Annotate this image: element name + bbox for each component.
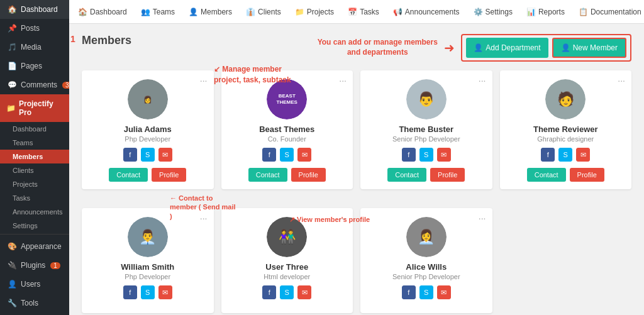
sidebar-sub-tasks[interactable]: Tasks <box>0 191 69 205</box>
avatar-image: 🧑 <box>545 79 586 119</box>
skype-icon[interactable]: S <box>141 285 155 299</box>
email-icon[interactable]: ✉ <box>576 148 590 162</box>
member-card: ··· 👩 Julia Adams Php Developer f S ✉ <box>82 70 214 189</box>
member-name: William Smith <box>88 262 208 272</box>
main-content: 🏠 Dashboard 👥 Teams 👤 Members 👔 Clients … <box>69 0 644 315</box>
nav-reports[interactable]: 📊 Reports <box>525 5 566 19</box>
new-member-button[interactable]: 👤 New Member <box>552 38 626 58</box>
facebook-icon[interactable]: f <box>123 285 137 299</box>
nav-settings[interactable]: ⚙️ Settings <box>472 5 514 19</box>
nav-label: Tasks <box>360 8 379 16</box>
skype-icon[interactable]: S <box>419 148 433 162</box>
nav-label: Members <box>201 8 232 16</box>
member-role: Senior Php Developer <box>367 135 486 143</box>
member-role: Senior Php Developer <box>367 273 486 280</box>
nav-dashboard-icon: 🏠 <box>78 8 87 16</box>
add-department-button[interactable]: 👤 Add Department <box>466 38 548 58</box>
profile-button[interactable]: Profile <box>152 168 186 182</box>
sidebar-item-pages[interactable]: 📄 Pages <box>0 57 69 75</box>
step1-annotation: → Step 1 <box>69 34 75 44</box>
email-icon[interactable]: ✉ <box>158 148 172 162</box>
profile-button[interactable]: Profile <box>291 168 326 182</box>
nav-documentation[interactable]: 📋 Documentation <box>577 5 643 19</box>
nav-members-icon: 👤 <box>189 8 198 16</box>
member-socials: f S ✉ <box>506 148 626 162</box>
card-menu-dots[interactable]: ··· <box>618 75 625 86</box>
nav-label: Projects <box>307 8 334 16</box>
email-icon[interactable]: ✉ <box>297 148 311 162</box>
sidebar-item-posts[interactable]: 📌 Posts <box>0 19 69 38</box>
nav-announcements[interactable]: 📢 Announcements <box>392 5 461 19</box>
appearance-icon: 🎨 <box>8 242 17 251</box>
sidebar-sub-settings[interactable]: Settings <box>0 219 69 233</box>
email-icon[interactable]: ✉ <box>158 285 172 299</box>
nav-projects[interactable]: 📁 Projects <box>294 5 335 19</box>
member-avatar: 👩‍💼 <box>406 217 447 257</box>
profile-button[interactable]: Profile <box>430 168 465 182</box>
nav-members[interactable]: 👤 Members <box>187 5 233 19</box>
sidebar-item-appearance[interactable]: 🎨 Appearance <box>0 237 69 256</box>
facebook-icon[interactable]: f <box>262 285 276 299</box>
skype-icon[interactable]: S <box>558 148 572 162</box>
nav-label: Documentation <box>591 8 641 16</box>
sidebar-sub-teams[interactable]: Teams <box>0 136 69 150</box>
card-menu-dots[interactable]: ··· <box>200 75 208 86</box>
member-socials: f S ✉ <box>367 285 486 299</box>
contact-button[interactable]: Contact <box>527 168 566 182</box>
members-grid: ··· 👩 Julia Adams Php Developer f S ✉ <box>82 70 631 189</box>
member-avatar: 👨‍💼 <box>128 217 168 257</box>
content-area: Members → Step 1 You can add or manage m… <box>69 24 644 315</box>
projectify-header[interactable]: 📁 Projectify Pro <box>0 94 69 122</box>
sidebar-item-settings[interactable]: ⚙️ Settings <box>0 312 69 315</box>
facebook-icon[interactable]: f <box>541 148 555 162</box>
facebook-icon[interactable]: f <box>123 148 137 162</box>
contact-button[interactable]: Contact <box>109 168 148 182</box>
sidebar-label: Pages <box>21 62 42 70</box>
sidebar-item-comments[interactable]: 💬 Comments 3 <box>0 75 69 94</box>
profile-button[interactable]: Profile <box>570 168 604 182</box>
skype-icon[interactable]: S <box>280 148 294 162</box>
sidebar-item-tools[interactable]: 🔧 Tools <box>0 294 69 312</box>
contact-button[interactable]: Contact <box>387 168 426 182</box>
member-role: Co. Founder <box>228 135 347 143</box>
sidebar-sub-announcements[interactable]: Announcements <box>0 205 69 219</box>
member-card: ··· 👩‍💼 Alice Wills Senior Php Developer… <box>360 208 492 313</box>
skype-icon[interactable]: S <box>280 285 294 299</box>
sidebar-sub-members[interactable]: Members <box>0 150 69 163</box>
avatar-image: BEASTTHEMES <box>267 79 307 119</box>
sidebar-sub-projects[interactable]: Projects <box>0 177 69 191</box>
sidebar-item-users[interactable]: 👤 Users <box>0 275 69 294</box>
facebook-icon[interactable]: f <box>402 148 416 162</box>
member-avatar: 👩 <box>128 79 168 119</box>
nav-teams[interactable]: 👥 Teams <box>140 5 176 19</box>
nav-dashboard[interactable]: 🏠 Dashboard <box>77 5 128 19</box>
email-icon[interactable]: ✉ <box>297 285 311 299</box>
card-buttons: Contact Profile <box>367 168 486 182</box>
card-menu-dots[interactable]: ··· <box>479 213 486 223</box>
email-icon[interactable]: ✉ <box>437 285 451 299</box>
posts-icon: 📌 <box>8 24 17 33</box>
sidebar-sub-clients[interactable]: Clients <box>0 163 69 177</box>
sidebar-item-dashboard[interactable]: 🏠 Dashboard <box>0 0 69 19</box>
member-avatar: 👨 <box>406 79 447 119</box>
nav-tasks[interactable]: 📅 Tasks <box>347 5 380 19</box>
projectify-icon: 📁 <box>6 104 16 113</box>
member-socials: f S ✉ <box>228 148 347 162</box>
member-name: Theme Reviewer <box>506 124 626 134</box>
email-icon[interactable]: ✉ <box>437 148 451 162</box>
dashboard-icon: 🏠 <box>8 5 17 14</box>
sidebar-item-media[interactable]: 🎵 Media <box>0 38 69 57</box>
sidebar-item-plugins[interactable]: 🔌 Plugins 1 <box>0 256 69 275</box>
facebook-icon[interactable]: f <box>262 148 276 162</box>
sidebar-sub-dashboard[interactable]: Dashboard <box>0 122 69 136</box>
contact-button[interactable]: Contact <box>248 168 287 182</box>
member-card: ··· 👨‍💼 William Smith Php Developer f S … <box>82 208 214 313</box>
card-menu-dots[interactable]: ··· <box>479 75 486 86</box>
sidebar-label: Media <box>21 43 42 52</box>
facebook-icon[interactable]: f <box>402 285 416 299</box>
avatar-image: 👨‍💼 <box>128 217 168 257</box>
skype-icon[interactable]: S <box>141 148 155 162</box>
nav-clients[interactable]: 👔 Clients <box>245 5 282 19</box>
card-menu-dots[interactable]: ··· <box>339 75 347 86</box>
skype-icon[interactable]: S <box>419 285 433 299</box>
